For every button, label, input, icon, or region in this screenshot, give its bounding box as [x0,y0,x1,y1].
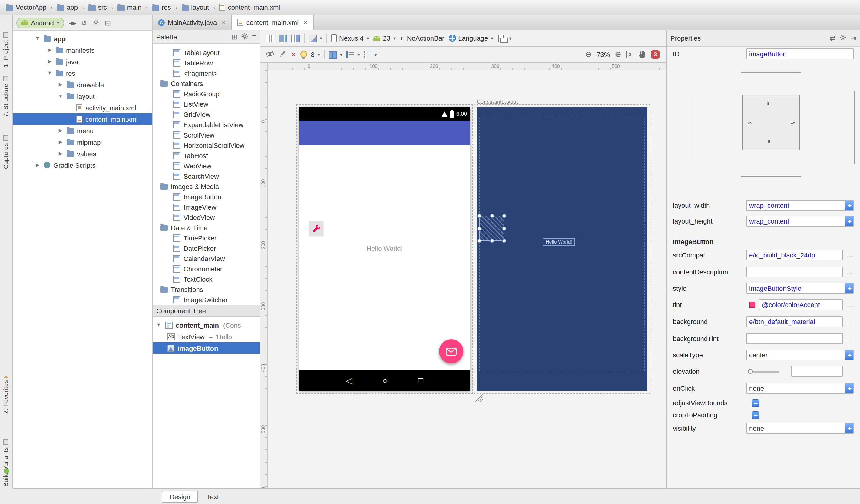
error-count-badge[interactable]: 3 [651,50,660,59]
close-icon[interactable]: ✕ [222,20,226,25]
left-anchor-line[interactable] [690,91,690,163]
stepper-icon[interactable] [845,423,854,434]
stepper-icon[interactable] [845,216,854,227]
android-monitor-icon[interactable] [4,468,9,474]
component-row-imagebutton[interactable]: imageButton [153,342,260,354]
tree-row-app[interactable]: ▼app [13,33,152,44]
resize-handle[interactable] [502,239,506,243]
palette-item[interactable]: ImageSwitcher [153,294,260,305]
tree-row-gradle-scripts[interactable]: ▶Gradle Scripts [13,159,152,171]
scaletype-combo[interactable]: center [746,349,854,360]
bottom-constraint-icon[interactable]: ››› [765,140,772,144]
chevron-collapsed-icon[interactable]: ▶ [58,151,63,156]
show-constraints-icon[interactable] [266,50,274,59]
chevron-expanded-icon[interactable]: ▼ [156,322,162,328]
more-button[interactable]: … [847,251,854,258]
sort-icon[interactable]: ≡ [252,33,256,40]
tree-row-values[interactable]: ▶values [13,148,152,159]
design-surface-phone[interactable]: 6:00 Hello World! ◁ ○ □ [299,107,470,391]
infer-constraints-icon[interactable] [300,51,306,58]
textview-widget[interactable]: Hello World! [299,245,470,252]
chevron-collapsed-icon[interactable]: ▶ [58,82,63,87]
pack-button[interactable]: ▾ [329,51,343,58]
clear-constraints-icon[interactable]: ✕ [291,51,296,58]
component-row-textview[interactable]: AbTextView– "Hello [153,331,260,342]
tint-field[interactable]: @color/colorAccent [759,299,843,310]
breadcrumb-item[interactable]: layout› [180,4,218,11]
back-icon[interactable]: ◁ [346,376,353,385]
canvas-resize-grip[interactable] [474,393,483,403]
swap-panel-icon[interactable]: ⇄ [830,34,836,42]
croptopadding-checkbox[interactable] [751,411,759,419]
style-combo[interactable]: imageButtonStyle [746,283,854,294]
palette-item[interactable]: ListView [153,99,260,109]
tree-row-menu[interactable]: ▶menu [13,125,152,136]
palette-item[interactable]: SearchView [153,171,260,181]
color-swatch[interactable] [749,302,755,308]
chevron-collapsed-icon[interactable]: ▶ [47,59,53,64]
layout-height-combo[interactable]: wrap_content [746,216,854,227]
align-button[interactable]: ▾ [347,51,360,58]
palette-item[interactable]: TabHost [153,150,260,160]
blueprint-textview[interactable]: Hello World! [543,238,575,246]
settings-gear-icon[interactable] [241,32,248,41]
imagebutton-widget[interactable] [309,221,324,236]
palette-item[interactable]: ImageView [153,202,260,212]
blueprint-surface[interactable]: Hello World! [477,107,647,391]
guidelines-button[interactable]: ▾ [364,51,377,58]
tree-row-layout[interactable]: ▼layout [13,90,152,102]
resize-handle[interactable] [477,239,482,243]
editor-tab-mainactivity[interactable]: CMainActivity.java✕ [153,15,232,30]
zoom-in-icon[interactable]: ⊕ [615,51,621,58]
more-button[interactable]: … [847,317,854,325]
blueprint-view-icon[interactable] [278,34,287,42]
right-anchor-line[interactable] [854,91,855,163]
palette-item[interactable]: DatePicker [153,243,260,253]
tree-row-res[interactable]: ▼res [13,67,152,79]
stepper-icon[interactable] [845,349,854,360]
theme-selector[interactable]: ◐NoActionBar [400,34,444,42]
tool-window-button-captures[interactable]: Captures [2,135,9,169]
tree-row-activity-main[interactable]: activity_main.xml [13,102,152,113]
chevron-collapsed-icon[interactable]: ▶ [34,162,41,168]
recents-icon[interactable]: □ [418,376,423,385]
design-tab[interactable]: Design [162,490,198,503]
breadcrumb-item[interactable]: VectorApp› [5,4,56,11]
advanced-properties-icon[interactable]: ⇥ [850,34,856,42]
chevron-expanded-icon[interactable]: ▼ [58,93,63,99]
palette-item[interactable]: ScrollView [153,130,260,140]
stepper-icon[interactable] [845,200,854,211]
tree-row-mipmap[interactable]: ▶mipmap [13,136,152,148]
palette-item[interactable]: TableRow [153,58,260,68]
palette-item[interactable]: <fragment> [153,68,260,78]
srccompat-field[interactable]: e/ic_build_black_24dp [746,249,843,260]
chevron-collapsed-icon[interactable]: ▶ [58,128,63,133]
project-view-selector[interactable]: Android▾ [16,17,64,28]
palette-category[interactable]: Images & Media [153,181,260,191]
chevron-expanded-icon[interactable]: ▼ [47,70,53,76]
breadcrumb-item[interactable]: src› [87,4,116,11]
text-tab[interactable]: Text [200,490,226,503]
component-row-root[interactable]: ▼content_main(Cons [153,319,260,331]
backgroundtint-field[interactable] [746,333,843,344]
layout-width-combo[interactable]: wrap_content [746,200,854,211]
design-view-icon[interactable] [266,34,274,42]
tool-window-button-favorites[interactable]: 2: Favorites★ [2,374,9,414]
chevron-collapsed-icon[interactable]: ▶ [47,47,53,53]
api-level-selector[interactable]: 23▾ [373,34,396,42]
orientation-selector[interactable]: ▾ [498,34,512,42]
visibility-combo[interactable]: none [746,423,854,434]
tree-row-manifests[interactable]: ▶manifests [13,44,152,56]
left-constraint-icon[interactable]: ››› [747,120,751,126]
right-constraint-icon[interactable]: ‹‹‹ [791,120,794,126]
zoom-to-fit-icon[interactable] [626,51,633,58]
split-view-icon[interactable] [291,34,300,42]
chevron-collapsed-icon[interactable]: ▶ [58,139,63,145]
render-options-button[interactable]: ▾ [309,34,322,42]
resize-handle[interactable] [477,214,482,218]
breadcrumb-item[interactable]: app› [56,4,87,11]
palette-category[interactable]: Containers [153,78,260,88]
background-field[interactable]: e/btn_default_material [746,316,843,327]
palette-item[interactable]: GridView [153,109,260,119]
tool-window-button-structure[interactable]: 7: Structure [2,76,9,117]
